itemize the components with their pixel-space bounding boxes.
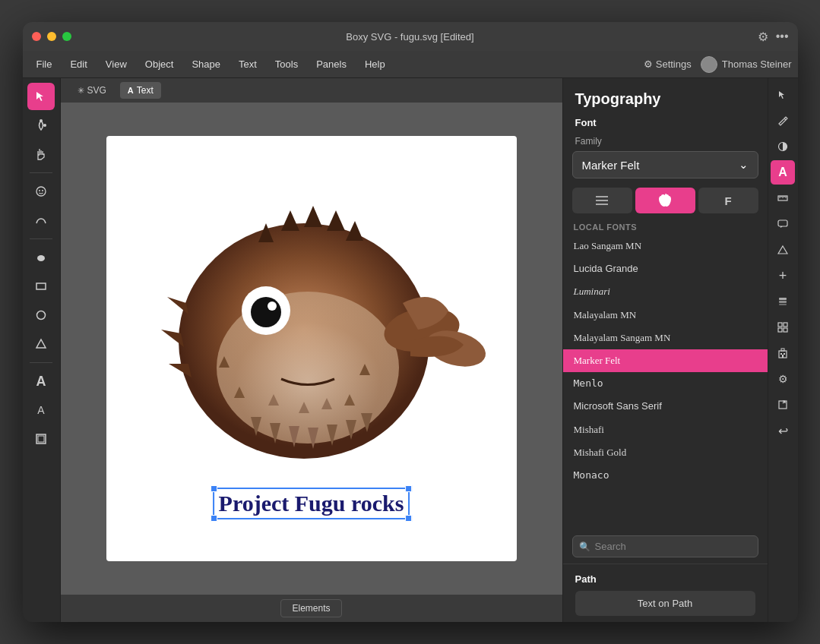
selection-handle-br[interactable] [405,515,412,522]
font-family-dropdown[interactable]: Marker Felt ⌄ [572,151,758,178]
font-item-lucida-grande[interactable]: Lucida Grande [563,257,768,280]
selection-handle-bl[interactable] [211,515,217,522]
filter-tab-list[interactable] [572,188,632,213]
selection-handle-tr[interactable] [405,485,412,492]
rect-tool[interactable] [27,273,55,300]
selection-handle-tl[interactable] [211,485,217,492]
rt-comment-btn[interactable] [771,212,795,236]
svg-rect-56 [784,323,787,327]
svg-rect-52 [779,298,787,300]
font-item-menlo[interactable]: Menlo [563,372,768,395]
typography-title: Typography [563,78,768,114]
rt-contrast-btn[interactable] [771,134,795,159]
text-small-tool[interactable]: A [27,396,55,424]
rt-export-btn[interactable] [771,393,795,417]
rt-typography-btn[interactable]: A [771,160,795,185]
font-item-luminari[interactable]: Luminari [563,280,768,303]
menu-file[interactable]: File [29,55,60,73]
select-tool[interactable] [27,83,55,110]
face-tool[interactable] [27,178,55,205]
font-search-input[interactable] [595,536,752,557]
circle-tool[interactable] [27,301,55,329]
titlebar: Boxy SVG - fugu.svg [Edited] ⚙ ••• [23,22,798,51]
svg-marker-16 [327,210,345,231]
local-fonts-label: LOCAL FONTS [563,219,768,235]
canvas-viewport[interactable]: Project Fugu rocks [61,103,562,595]
menu-text[interactable]: Text [231,55,264,73]
filter-tab-google[interactable]: F [698,188,758,213]
frame-tool[interactable] [27,425,55,453]
maximize-button[interactable] [62,32,71,41]
menu-shape[interactable]: Shape [184,55,228,73]
canvas-area: ✳ SVG A Text [61,78,562,622]
family-label: Family [563,134,768,151]
ellipse-tool[interactable] [27,244,55,271]
right-icon-toolbar: A + ⚙ ↩ [768,78,798,622]
toolbar-divider-2 [30,238,52,239]
filter-tab-apple[interactable] [635,188,695,213]
apple-icon [659,194,671,207]
rt-pointer-btn[interactable] [771,83,795,107]
canvas-tabs: ✳ SVG A Text [61,78,562,103]
text-on-path-button[interactable]: Text on Path [575,591,755,616]
font-item-malayalam-sangam[interactable]: Malayalam Sangam MN [563,327,768,349]
right-panel: Typography Font Family Marker Felt ⌄ F L… [562,78,768,622]
font-item-lao-sangam[interactable]: Lao Sangam MN [563,235,768,257]
more-icon[interactable]: ••• [776,30,789,43]
font-item-mishafi[interactable]: Mishafi [563,418,768,441]
text-tab-icon: A [128,86,134,95]
font-item-monaco[interactable]: Monaco [563,464,768,487]
close-button[interactable] [32,32,41,41]
font-item-mishafi-gold[interactable]: Mishafi Gold [563,441,768,464]
font-filter-tabs: F [572,188,758,213]
user-button[interactable]: Thomas Steiner [701,56,792,73]
menu-view[interactable]: View [98,55,135,73]
svg-rect-54 [779,304,787,305]
font-item-marker-felt[interactable]: Marker Felt [563,349,768,372]
rt-layers-btn[interactable] [771,289,795,314]
tab-svg[interactable]: ✳ SVG [70,82,114,99]
canvas-text-container[interactable]: Project Fugu rocks [213,488,410,519]
rt-ruler-btn[interactable] [771,186,795,210]
node-tool[interactable] [27,112,55,139]
rt-undo-btn[interactable]: ↩ [771,418,795,443]
text-tool[interactable]: A [27,368,55,395]
path-section: Path Text on Path [563,564,768,622]
toolbar-divider-1 [30,172,52,173]
menu-tools[interactable]: Tools [268,55,306,73]
minimize-button[interactable] [47,32,56,41]
svg-rect-55 [778,323,782,327]
rt-triangle-btn[interactable] [771,238,795,262]
plugin-icon[interactable]: ⚙ [758,30,768,44]
menu-edit[interactable]: Edit [62,55,94,73]
svg-point-5 [37,255,45,261]
font-item-malayalam-mn[interactable]: Malayalam MN [563,304,768,327]
elements-badge[interactable]: Elements [280,599,341,617]
font-item-microsoft-sans-serif[interactable]: Microsoft Sans Serif [563,395,768,418]
traffic-lights [32,32,71,41]
settings-button[interactable]: ⚙ Settings [644,58,692,70]
rt-pen-btn[interactable] [771,109,795,133]
tab-text[interactable]: A Text [120,82,161,99]
rt-plus-btn[interactable]: + [771,264,795,288]
path-tool[interactable] [27,207,55,234]
rt-building-btn[interactable] [771,341,795,365]
toolbar-divider-3 [30,362,52,363]
menu-object[interactable]: Object [138,55,182,73]
svg-rect-58 [784,328,787,332]
svg-marker-8 [36,339,46,348]
menu-help[interactable]: Help [357,55,393,73]
svg-point-4 [42,190,43,191]
svg-marker-20 [169,364,192,377]
rt-gear-btn[interactable]: ⚙ [771,367,795,391]
hand-tool[interactable] [27,140,55,168]
menu-panels[interactable]: Panels [309,55,354,73]
svg-point-1 [43,124,46,127]
rt-grid-btn[interactable] [771,315,795,339]
svg-rect-60 [781,349,784,351]
font-list[interactable]: Lao Sangam MN Lucida Grande Luminari Mal… [563,235,768,532]
svg-marker-18 [167,297,188,314]
canvas-text-selection: Project Fugu rocks [213,488,410,519]
triangle-tool[interactable] [27,330,55,358]
pufferfish-svg [106,136,517,508]
